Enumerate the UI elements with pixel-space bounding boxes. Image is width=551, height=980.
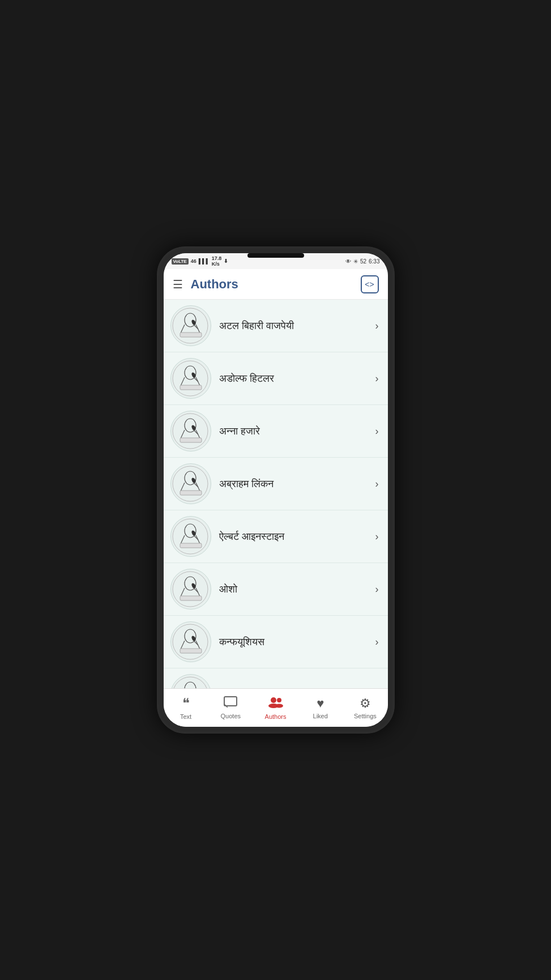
svg-point-91 bbox=[277, 698, 281, 702]
svg-rect-29 bbox=[180, 491, 202, 495]
authors-icon bbox=[268, 696, 284, 711]
svg-point-90 bbox=[271, 697, 276, 703]
menu-button[interactable]: ☰ bbox=[173, 278, 183, 291]
nav-item-authors[interactable]: Authors bbox=[253, 692, 298, 723]
svg-rect-13 bbox=[180, 385, 202, 390]
list-item[interactable]: ओशो › bbox=[164, 563, 388, 616]
code-button[interactable]: <> bbox=[361, 275, 379, 293]
chevron-icon: › bbox=[375, 320, 379, 332]
nav-item-settings[interactable]: ⚙ Settings bbox=[343, 693, 387, 723]
notch bbox=[247, 253, 304, 258]
nav-label-liked: Liked bbox=[313, 713, 328, 719]
list-item[interactable]: अडोल्फ हिटलर › bbox=[164, 352, 388, 405]
svg-point-93 bbox=[275, 704, 283, 708]
bluetooth-icon: ✳ bbox=[353, 258, 358, 265]
avatar bbox=[170, 463, 211, 504]
nav-item-text[interactable]: ❝ Text bbox=[164, 692, 208, 723]
list-item[interactable]: ऐल्बर्ट आइनस्टाइन › bbox=[164, 510, 388, 563]
phone-screen: VoLTE 46 ▌▌▌ 17.8K/s ⬇ 👁 ✳ 52 6:33 ☰ Aut… bbox=[164, 253, 388, 727]
volte-badge: VoLTE bbox=[172, 258, 189, 265]
svg-rect-37 bbox=[180, 543, 202, 548]
chevron-icon: › bbox=[375, 636, 379, 648]
svg-rect-45 bbox=[180, 596, 202, 600]
chevron-icon: › bbox=[375, 583, 379, 595]
list-item[interactable]: कन्फयूशियस › bbox=[164, 616, 388, 668]
svg-rect-5 bbox=[180, 333, 202, 337]
battery-level: 52 bbox=[360, 258, 366, 265]
eye-icon: 👁 bbox=[345, 258, 351, 265]
nav-item-liked[interactable]: ♥ Liked bbox=[298, 693, 343, 723]
avatar bbox=[170, 358, 211, 399]
author-name: अन्ना हजारे bbox=[219, 425, 375, 437]
text-icon: ❝ bbox=[182, 696, 190, 711]
list-item[interactable]: कबीर दास Part 1 › bbox=[164, 668, 388, 688]
page-title: Authors bbox=[191, 277, 361, 292]
phone-shell: VoLTE 46 ▌▌▌ 17.8K/s ⬇ 👁 ✳ 52 6:33 ☰ Aut… bbox=[157, 246, 395, 734]
authors-list: अटल बिहारी वाजपेयी › अडोल bbox=[164, 300, 388, 688]
author-name: ओशो bbox=[219, 583, 375, 595]
svg-rect-53 bbox=[180, 649, 202, 653]
nav-label-settings: Settings bbox=[354, 713, 377, 719]
avatar bbox=[170, 621, 211, 662]
download-icon: ⬇ bbox=[224, 258, 228, 264]
chevron-icon: › bbox=[375, 425, 379, 437]
author-name: कन्फयूशियस bbox=[219, 636, 375, 648]
nav-label-authors: Authors bbox=[265, 713, 287, 720]
avatar bbox=[170, 516, 211, 557]
list-item[interactable]: अन्ना हजारे › bbox=[164, 405, 388, 458]
liked-icon: ♥ bbox=[317, 696, 324, 711]
svg-point-56 bbox=[173, 677, 208, 689]
chevron-icon: › bbox=[375, 478, 379, 490]
chevron-icon: › bbox=[375, 531, 379, 543]
settings-icon: ⚙ bbox=[360, 696, 371, 711]
author-name: अटल बिहारी वाजपेयी bbox=[219, 320, 375, 332]
code-icon: <> bbox=[365, 280, 374, 289]
nav-item-quotes[interactable]: Quotes bbox=[208, 693, 253, 723]
avatar bbox=[170, 674, 211, 688]
avatar bbox=[170, 411, 211, 451]
signal-strength: 46 bbox=[191, 258, 197, 264]
avatar bbox=[170, 305, 211, 346]
app-header: ☰ Authors <> bbox=[164, 269, 388, 300]
svg-rect-21 bbox=[180, 438, 202, 442]
svg-rect-88 bbox=[224, 697, 237, 706]
bottom-navigation: ❝ Text Quotes bbox=[164, 688, 388, 727]
list-item[interactable]: अटल बिहारी वाजपेयी › bbox=[164, 300, 388, 352]
time: 6:33 bbox=[369, 258, 379, 265]
author-name: अब्राहम लिंकन bbox=[219, 478, 375, 490]
chevron-icon: › bbox=[375, 373, 379, 385]
nav-label-quotes: Quotes bbox=[221, 713, 241, 719]
network-bars: ▌▌▌ bbox=[199, 258, 210, 264]
author-name: ऐल्बर्ट आइनस्टाइन bbox=[219, 531, 375, 543]
nav-label-text: Text bbox=[180, 713, 191, 720]
avatar bbox=[170, 569, 211, 610]
data-speed: 17.8K/s bbox=[212, 255, 222, 267]
list-item[interactable]: अब्राहम लिंकन › bbox=[164, 458, 388, 510]
author-name: अडोल्फ हिटलर bbox=[219, 373, 375, 385]
status-left: VoLTE 46 ▌▌▌ 17.8K/s ⬇ bbox=[172, 255, 229, 267]
quotes-icon bbox=[224, 696, 237, 711]
status-right: 👁 ✳ 52 6:33 bbox=[345, 258, 380, 265]
